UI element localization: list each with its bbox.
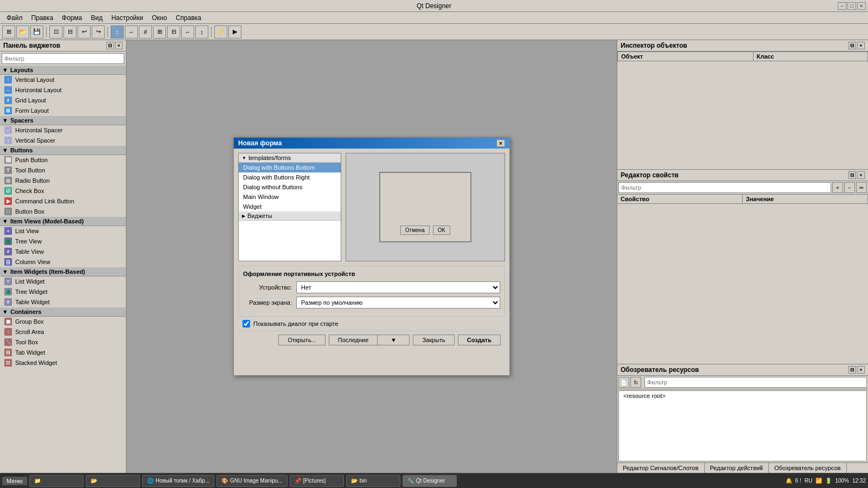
template-item-dialog-buttons-bottom[interactable]: Dialog with Buttons Bottom [239, 163, 341, 172]
widget-vertical-layout[interactable]: ↕ Vertical Layout [0, 75, 126, 85]
object-inspector-pin[interactable]: ⊟ [848, 42, 856, 49]
category-layouts[interactable]: ▼ Layouts [0, 66, 126, 75]
resource-refresh-icon[interactable]: ↻ [630, 377, 641, 388]
widget-table-widget[interactable]: # Table Widget [0, 297, 126, 307]
widgets-header[interactable]: ▶ Виджеты [239, 211, 341, 221]
property-editor-close[interactable]: × [857, 171, 865, 179]
maximize-button[interactable]: □ [847, 2, 856, 10]
category-buttons[interactable]: ▼ Buttons [0, 146, 126, 155]
menu-settings[interactable]: Настройки [107, 13, 148, 23]
property-editor-pin[interactable]: ⊟ [848, 171, 856, 179]
object-inspector-close[interactable]: × [857, 42, 865, 49]
open-button[interactable]: Открыть... [278, 335, 325, 345]
widget-filter-input[interactable] [2, 53, 124, 64]
template-header[interactable]: ▼ templates/forms [239, 153, 341, 163]
menu-view[interactable]: Вид [86, 13, 107, 23]
screen-select[interactable]: Размер по умолчанию [296, 297, 500, 309]
widget-group-box[interactable]: ▣ Group Box [0, 317, 126, 327]
widget-tool-box[interactable]: 🔧 Tool Box [0, 337, 126, 348]
widget-list-widget[interactable]: ≡ List Widget [0, 277, 126, 287]
widget-column-view[interactable]: ||| Column View [0, 257, 126, 267]
preview-cancel-btn[interactable]: Отмена [400, 226, 430, 235]
close-button[interactable]: × [857, 2, 866, 10]
close-dialog-button[interactable]: Закрыть [413, 335, 454, 345]
widget-list-view[interactable]: ≡ List View [0, 226, 126, 236]
category-item-widgets[interactable]: ▼ Item Widgets (Item-Based) [0, 267, 126, 277]
prop-edit-icon[interactable]: ✏ [856, 182, 867, 193]
widget-check-box[interactable]: ☑ Check Box [0, 186, 126, 196]
template-item-widget[interactable]: Widget [239, 202, 341, 211]
toolbar-open[interactable]: 📂 [16, 25, 29, 38]
toolbar-btn5[interactable]: ⚡ [214, 25, 227, 38]
widget-table-view[interactable]: # Table View [0, 247, 126, 257]
menu-window[interactable]: Окно [148, 13, 171, 23]
widget-tree-widget[interactable]: 🌲 Tree Widget [0, 287, 126, 297]
minimize-button[interactable]: − [838, 2, 846, 10]
start-button[interactable]: Меню [2, 477, 27, 485]
widget-horizontal-spacer[interactable]: ↔ Horizontal Spacer [0, 125, 126, 136]
toolbar-btn4[interactable]: ↪ [92, 25, 105, 38]
tab-resources[interactable]: Обозреватель ресурсов [769, 463, 846, 473]
toolbar-btn1[interactable]: ⊡ [49, 25, 62, 38]
create-button[interactable]: Создать [458, 335, 501, 345]
panel-close-icon[interactable]: × [115, 42, 123, 49]
taskbar-pictures[interactable]: 📌 [Pictures] [290, 475, 344, 487]
menu-help[interactable]: Справка [171, 13, 206, 23]
resource-browser-pin[interactable]: ⊟ [848, 366, 856, 374]
widget-radio-button[interactable]: ◎ Radio Button [0, 176, 126, 186]
toolbar-spacer-v[interactable]: ↕ [195, 25, 208, 38]
toolbar-layout-h[interactable]: ↔ [125, 25, 138, 38]
toolbar-layout-s[interactable]: ⊞ [153, 25, 166, 38]
toolbar-layout-g[interactable]: # [139, 25, 152, 38]
toolbar-save[interactable]: 💾 [30, 25, 43, 38]
widget-tab-widget[interactable]: ⊟ Tab Widget [0, 348, 126, 358]
toolbar-btn2[interactable]: ⊟ [63, 25, 76, 38]
widget-vertical-spacer[interactable]: ↕ Vertical Spacer [0, 136, 126, 146]
device-select[interactable]: Нет [296, 281, 500, 293]
recent-dropdown-button[interactable]: ▼ [377, 335, 410, 345]
widget-command-link-button[interactable]: ▶ Command Link Button [0, 196, 126, 207]
tab-actions[interactable]: Редактор действий [705, 463, 769, 473]
widget-button-box[interactable]: □ Button Box [0, 207, 126, 217]
preview-ok-btn[interactable]: OK [433, 226, 450, 235]
resource-filter-input[interactable] [644, 377, 867, 388]
taskbar-bin[interactable]: 📂 bin [346, 475, 400, 487]
toolbar-new[interactable]: ⊞ [2, 25, 15, 38]
toolbar-spacer-h[interactable]: ↔ [181, 25, 194, 38]
resource-add-icon[interactable]: 📄 [618, 377, 629, 388]
menu-file[interactable]: Файл [2, 13, 27, 23]
widget-scroll-area[interactable]: ↕ Scroll Area [0, 327, 126, 337]
toolbar-btn3[interactable]: ↩ [78, 25, 91, 38]
template-item-dialog-without-buttons[interactable]: Dialog without Buttons [239, 182, 341, 192]
prop-minus-icon[interactable]: − [844, 182, 855, 193]
widget-grid-layout[interactable]: # Grid Layout [0, 95, 126, 106]
template-item-dialog-buttons-right[interactable]: Dialog with Buttons Right [239, 172, 341, 182]
widget-tool-button[interactable]: T Tool Button [0, 165, 126, 176]
taskbar-folder[interactable]: 📂 [86, 475, 140, 487]
toolbar-btn6[interactable]: ▶ [228, 25, 241, 38]
category-spacers[interactable]: ▼ Spacers [0, 116, 126, 125]
toolbar-layout-f[interactable]: ⊟ [167, 25, 180, 38]
taskbar-gimp[interactable]: 🎨 GNU Image Manipu... [216, 475, 288, 487]
widget-push-button[interactable]: ⬜ Push Button [0, 155, 126, 165]
taskbar-qtdesigner[interactable]: 🔧 Qt Designer [403, 475, 457, 487]
taskbar-chromium[interactable]: 🌐 Новый топик / Хабр... [142, 475, 214, 487]
widget-horizontal-layout[interactable]: ↔ Horizontal Layout [0, 85, 126, 95]
category-item-views[interactable]: ▼ Item Views (Model-Based) [0, 217, 126, 226]
template-item-main-window[interactable]: Main Window [239, 192, 341, 202]
widget-stacked-widget[interactable]: ⊡ Stacked Widget [0, 358, 126, 368]
prop-add-icon[interactable]: + [832, 182, 843, 193]
modal-close-button[interactable]: × [496, 139, 505, 147]
taskbar-files[interactable]: 📁 [29, 475, 84, 487]
widget-form-layout[interactable]: ⊞ Form Layout [0, 106, 126, 116]
toolbar-layout-v[interactable]: ↕ [111, 25, 124, 38]
resource-root-item[interactable]: <resource root> [619, 391, 866, 401]
widget-tree-view[interactable]: 🌲 Tree View [0, 236, 126, 247]
tab-signals-slots[interactable]: Редактор Сигналов/Слотов [617, 463, 705, 473]
menu-form[interactable]: Форма [58, 13, 86, 23]
show-dialog-checkbox[interactable] [242, 320, 250, 328]
category-containers[interactable]: ▼ Containers [0, 307, 126, 317]
property-filter-input[interactable] [618, 182, 831, 193]
panel-pin-icon[interactable]: ⊟ [106, 42, 114, 49]
recent-button[interactable]: Последние [329, 335, 378, 345]
